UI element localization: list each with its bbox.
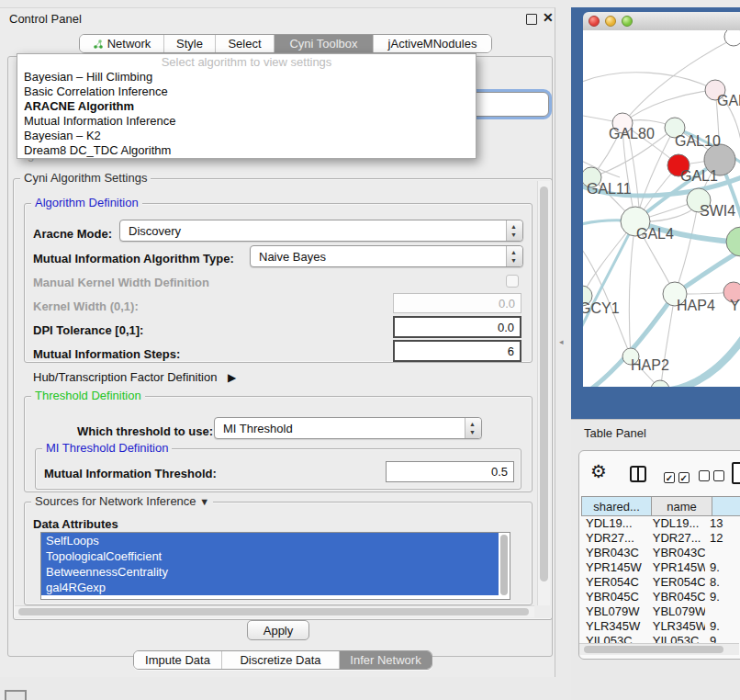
- cell-shared[interactable]: YDR27...: [581, 531, 648, 546]
- manual-kernel-checkbox[interactable]: [506, 275, 519, 288]
- settings-horizontal-scrollbar-thumb[interactable]: [18, 608, 529, 615]
- float-window-icon[interactable]: [526, 14, 537, 25]
- hub-definition-toggle[interactable]: Hub/Transcription Factor Definition ▶: [33, 370, 236, 384]
- which-threshold-select[interactable]: MI Threshold ▲▼: [214, 417, 482, 439]
- cell-value[interactable]: 13: [705, 516, 740, 531]
- aracne-mode-select[interactable]: Discovery ▲▼: [119, 220, 523, 242]
- network-canvas[interactable]: GAL GAL80 GAL10 GAL1 GAL11 SWI4 GAL4 GCY…: [583, 30, 740, 387]
- kernel-width-input[interactable]: [393, 293, 521, 313]
- node-label: GAL11: [587, 181, 632, 197]
- node-green-right[interactable]: [726, 227, 740, 256]
- table-header-row: shared... name: [581, 496, 740, 516]
- tab-infer-network-label: Infer Network: [350, 653, 420, 667]
- cell-value[interactable]: [705, 546, 740, 560]
- cell-name[interactable]: YBR045C: [648, 590, 705, 604]
- attribute-item-selected[interactable]: TopologicalCoefficient: [41, 548, 499, 564]
- split-columns-icon[interactable]: [630, 466, 646, 482]
- algorithm-option[interactable]: Mutual Information Inference: [17, 114, 476, 129]
- tab-style[interactable]: Style: [164, 35, 216, 52]
- cell-value[interactable]: 12: [705, 531, 740, 546]
- window-zoom-traffic-icon[interactable]: [622, 16, 633, 27]
- cell-name[interactable]: YER054C: [648, 575, 705, 590]
- cell-name[interactable]: YLR345W: [648, 619, 705, 634]
- cell-value[interactable]: 8.: [705, 575, 740, 590]
- table-row[interactable]: YDL19...YDL19...13: [581, 516, 740, 531]
- gear-icon[interactable]: ⚙: [590, 460, 607, 482]
- algorithm-option[interactable]: Basic Correlation Inference: [17, 85, 476, 99]
- dpi-tolerance-label: DPI Tolerance [0,1]:: [33, 323, 143, 337]
- cell-shared[interactable]: YER054C: [581, 575, 648, 590]
- node-unlabeled[interactable]: [724, 30, 740, 46]
- window-minimize-traffic-icon[interactable]: [605, 16, 616, 27]
- cell-value[interactable]: 9.: [705, 619, 740, 634]
- attribute-item-selected[interactable]: BetweennessCentrality: [41, 564, 499, 580]
- which-threshold-label: Which threshold to use:: [77, 424, 213, 438]
- mi-steps-input[interactable]: [393, 340, 521, 362]
- algorithm-option[interactable]: Bayesian – K2: [17, 129, 476, 143]
- table-row[interactable]: YBR043CYBR043C: [581, 546, 740, 560]
- node-unlabeled[interactable]: [651, 380, 669, 387]
- dpi-tolerance-input[interactable]: [393, 316, 521, 338]
- deselect-all-columns-button[interactable]: [699, 470, 724, 484]
- cell-name[interactable]: YPR145W: [648, 560, 705, 575]
- mi-threshold-input[interactable]: [386, 461, 514, 482]
- tab-select[interactable]: Select: [216, 35, 275, 52]
- cell-name[interactable]: YDL19...: [648, 516, 705, 531]
- cell-shared[interactable]: YLR345W: [581, 619, 648, 634]
- cell-shared[interactable]: YBL079W: [581, 604, 648, 619]
- table-row[interactable]: YBR045CYBR045C9.: [581, 590, 740, 604]
- settings-vertical-scrollbar[interactable]: [537, 181, 550, 605]
- cell-value[interactable]: 9.: [705, 590, 740, 604]
- algorithm-combobox-partial[interactable]: [466, 92, 549, 117]
- cell-shared[interactable]: YBR045C: [581, 590, 648, 604]
- settings-vertical-scrollbar-thumb[interactable]: [540, 186, 548, 581]
- table-row[interactable]: YPR145WYPR145W9.: [581, 560, 740, 575]
- algorithm-option[interactable]: Bayesian – Hill Climbing: [17, 70, 476, 85]
- table-horizontal-scrollbar-thumb[interactable]: [584, 646, 723, 653]
- tab-cyni-toolbox[interactable]: Cyni Toolbox: [275, 35, 374, 52]
- attribute-item-selected[interactable]: gal4RGexp: [41, 580, 499, 595]
- checkbox-checked-icon: ✓: [678, 472, 690, 483]
- close-icon[interactable]: ✕: [543, 10, 554, 25]
- cell-shared[interactable]: YBR043C: [581, 546, 648, 560]
- panel-splitter-handle[interactable]: ◂: [559, 337, 567, 347]
- algorithm-option-selected[interactable]: ARACNE Algorithm: [17, 99, 476, 114]
- column-header-partial[interactable]: [712, 496, 740, 516]
- attribute-list-scrollbar[interactable]: [499, 533, 510, 599]
- cell-name[interactable]: YBR043C: [648, 546, 705, 560]
- attribute-list-scrollbar-thumb[interactable]: [500, 535, 508, 595]
- cell-value[interactable]: 9.: [705, 560, 740, 575]
- cell-name[interactable]: YDR27...: [648, 531, 705, 546]
- tab-network[interactable]: Network: [80, 35, 164, 52]
- window-close-traffic-icon[interactable]: [589, 16, 600, 27]
- mi-type-select[interactable]: Naive Bayes ▲▼: [250, 245, 523, 267]
- cell-name[interactable]: YBL079W: [648, 604, 705, 619]
- network-window-titlebar[interactable]: [583, 12, 740, 31]
- column-header-name[interactable]: name: [652, 496, 712, 516]
- tab-jactivemnodules[interactable]: jActiveMNodules: [374, 35, 491, 52]
- attribute-item-selected[interactable]: SelfLoops: [41, 533, 499, 548]
- tab-discretize-data[interactable]: Discretize Data: [222, 651, 340, 669]
- table-horizontal-scrollbar[interactable]: [579, 643, 739, 655]
- tab-impute-data[interactable]: Impute Data: [134, 651, 222, 669]
- cyni-bottom-tabs: Impute Data Discretize Data Infer Networ…: [133, 650, 432, 670]
- column-header-shared[interactable]: shared...: [581, 496, 652, 516]
- select-all-columns-button[interactable]: ✓ ✓: [664, 470, 690, 484]
- apply-button[interactable]: Apply: [247, 620, 309, 640]
- checkbox-unchecked-icon: [713, 470, 724, 481]
- cell-value[interactable]: [705, 604, 740, 619]
- tab-infer-network[interactable]: Infer Network: [340, 651, 432, 669]
- algorithm-option[interactable]: Dream8 DC_TDC Algorithm: [17, 143, 476, 158]
- sources-group-toggle[interactable]: Sources for Network Inference ▼: [31, 494, 213, 508]
- minimized-panel-icon[interactable]: [5, 690, 27, 700]
- table-row[interactable]: YDR27...YDR27...12: [581, 531, 740, 546]
- cell-shared[interactable]: YDL19...: [581, 516, 648, 531]
- table-row[interactable]: YER054CYER054C8.: [581, 575, 740, 590]
- document-icon[interactable]: [732, 462, 740, 484]
- table-row[interactable]: YBL079WYBL079W: [581, 604, 740, 619]
- table-row[interactable]: YLR345WYLR345W9.: [581, 619, 740, 634]
- tab-cyni-toolbox-label: Cyni Toolbox: [289, 37, 357, 51]
- cell-shared[interactable]: YPR145W: [581, 560, 648, 575]
- data-attributes-label: Data Attributes: [33, 517, 118, 531]
- settings-horizontal-scrollbar[interactable]: [15, 605, 534, 617]
